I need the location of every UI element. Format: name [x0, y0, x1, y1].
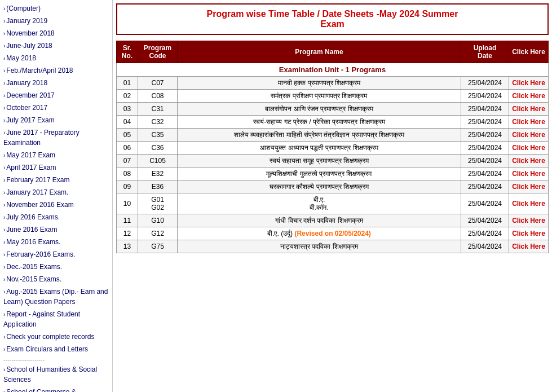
- cell-date: 25/04/2024: [461, 90, 509, 103]
- cell-sr: 04: [117, 116, 138, 129]
- cell-click[interactable]: Click Here: [509, 168, 549, 180]
- cell-date: 25/04/2024: [461, 116, 509, 129]
- cell-name: स्वयं सहायता समूह प्रमाणपत्र शिक्षणक्रम: [178, 155, 461, 168]
- cell-click[interactable]: Click Here: [509, 227, 549, 240]
- sidebar-item-june2016[interactable]: ›June 2016 Exam: [0, 223, 112, 236]
- table-row: 07 C105 स्वयं सहायता समूह प्रमाणपत्र शिक…: [117, 155, 549, 168]
- cell-date: 25/04/2024: [461, 227, 509, 240]
- cell-name: बी.ए.बी.कॉम.: [178, 193, 461, 214]
- sidebar-item-humanities[interactable]: ›School of Humanities & Social Sciences: [0, 363, 112, 386]
- cell-date: 25/04/2024: [461, 103, 509, 116]
- cell-code: E36: [138, 180, 178, 193]
- table-row: 13 G75 नाट्यशास्त्र पदविका शिक्षणक्रम 25…: [117, 240, 549, 253]
- cell-sr: 10: [117, 193, 138, 214]
- sidebar-item-july2017[interactable]: ›July 2017 Exam: [0, 114, 112, 126]
- cell-click[interactable]: Click Here: [509, 116, 549, 129]
- th-date: UploadDate: [461, 41, 509, 63]
- cell-click[interactable]: Click Here: [509, 77, 549, 90]
- sidebar-item-dec2015[interactable]: ›Dec.-2015 Exams.: [0, 261, 112, 273]
- page-title-line2: Exam: [120, 19, 545, 29]
- cell-name: स्वयं-सहाय्य गट प्रेरक / प्रेरिका प्रमाण…: [178, 116, 461, 129]
- cell-sr: 01: [117, 77, 138, 90]
- sidebar-item-jan2017[interactable]: ›January 2017 Exam.: [0, 186, 112, 199]
- sidebar-item-nov2018[interactable]: ›November 2018: [0, 27, 112, 39]
- sidebar-item-july2016[interactable]: ›July 2016 Exams.: [0, 211, 112, 223]
- cell-name: बी.ए. (उर्दू) (Revised on 02/05/2024): [178, 227, 461, 240]
- cell-sr: 12: [117, 227, 138, 240]
- cell-date: 25/04/2024: [461, 193, 509, 214]
- title-box: Program wise Time Table / Date Sheets -M…: [116, 3, 549, 35]
- cell-click[interactable]: Click Here: [509, 129, 549, 142]
- cell-click[interactable]: Click Here: [509, 90, 549, 103]
- sidebar-item-report[interactable]: ›Report - Against Student Application: [0, 308, 112, 331]
- sidebar-item-feb2017[interactable]: ›February 2017 Exam: [0, 174, 112, 186]
- cell-code: C32: [138, 116, 178, 129]
- sidebar-item-april2017[interactable]: ›April 2017 Exam: [0, 161, 112, 174]
- cell-date: 25/04/2024: [461, 240, 509, 253]
- cell-sr: 09: [117, 180, 138, 193]
- sidebar-item-nov2015[interactable]: ›Nov.-2015 Exams.: [0, 273, 112, 285]
- cell-click[interactable]: Click Here: [509, 103, 549, 116]
- revised-text: (Revised on 02/05/2024): [294, 230, 370, 237]
- cell-date: 25/04/2024: [461, 77, 509, 90]
- cell-sr: 02: [117, 90, 138, 103]
- sidebar-item-may2016[interactable]: ›May 2016 Exams.: [0, 236, 112, 248]
- sidebar-divider-1: --------------------: [0, 355, 112, 363]
- cell-click[interactable]: Click Here: [509, 240, 549, 253]
- th-click: Click Here: [509, 41, 549, 63]
- cell-click[interactable]: Click Here: [509, 214, 549, 227]
- sidebar-item-june2017prep[interactable]: ›June 2017 - Preparatory Examination: [0, 126, 112, 149]
- cell-date: 25/04/2024: [461, 214, 509, 227]
- cell-date: 25/04/2024: [461, 129, 509, 142]
- table-row: 10 G01G02 बी.ए.बी.कॉम. 25/04/2024 Click …: [117, 193, 549, 214]
- section-header-text: Examination Unit - 1 Programs: [117, 63, 549, 77]
- sidebar-item-dec2017[interactable]: ›December 2017: [0, 89, 112, 102]
- cell-code: C36: [138, 142, 178, 155]
- sidebar-item-jan2018[interactable]: ›January 2018: [0, 77, 112, 89]
- sidebar-item-computer[interactable]: ›(Computer): [0, 2, 112, 15]
- th-sr: Sr.No.: [117, 41, 138, 63]
- cell-code: E32: [138, 168, 178, 180]
- cell-name: घरकामगार कौशल्ये प्रमाणपत्र शिक्षणक्रम: [178, 180, 461, 193]
- cell-click[interactable]: Click Here: [509, 193, 549, 214]
- sidebar-item-may2017[interactable]: ›May 2017 Exam: [0, 149, 112, 161]
- sidebar-item-may2018[interactable]: ›May 2018: [0, 52, 112, 64]
- sidebar-item-circulars[interactable]: ›Exam Circulars and Letters: [0, 343, 112, 355]
- table-row: 09 E36 घरकामगार कौशल्ये प्रमाणपत्र शिक्ष…: [117, 180, 549, 193]
- table-row: 04 C32 स्वयं-सहाय्य गट प्रेरक / प्रेरिका…: [117, 116, 549, 129]
- cell-code: G01G02: [138, 193, 178, 214]
- cell-date: 25/04/2024: [461, 168, 509, 180]
- cell-code: C35: [138, 129, 178, 142]
- sidebar-item-aug2015[interactable]: ›Aug.-2015 Exams (Dip.- Earn and Learn) …: [0, 285, 112, 308]
- sidebar-item-febmarchapril2018[interactable]: ›Feb./March/April 2018: [0, 64, 112, 77]
- cell-date: 25/04/2024: [461, 142, 509, 155]
- sidebar-item-junejuly2018[interactable]: ›June-July 2018: [0, 39, 112, 52]
- cell-sr: 11: [117, 214, 138, 227]
- sidebar-item-check-records[interactable]: ›Check your complete records: [0, 331, 112, 343]
- cell-click[interactable]: Click Here: [509, 142, 549, 155]
- table-row: 12 G12 बी.ए. (उर्दू) (Revised on 02/05/2…: [117, 227, 549, 240]
- sidebar-item-commerce[interactable]: ›School of Commerce & Management: [0, 386, 112, 392]
- sidebar-item-oct2017[interactable]: ›October 2017: [0, 102, 112, 114]
- table-row: 02 C08 समंत्रक प्रशिक्षण प्रमाणपत्र शिक्…: [117, 90, 549, 103]
- sidebar-item-jan2019[interactable]: ›January 2019: [0, 15, 112, 27]
- sidebar-item-feb2016[interactable]: ›February-2016 Exams.: [0, 248, 112, 261]
- cell-click[interactable]: Click Here: [509, 155, 549, 168]
- table-row: 01 C07 मानवी हक्क प्रमाणपत्र शिक्षणक्रम …: [117, 77, 549, 90]
- cell-code: C07: [138, 77, 178, 90]
- cell-name: नाट्यशास्त्र पदविका शिक्षणक्रम: [178, 240, 461, 253]
- th-name: Program Name: [178, 41, 461, 63]
- cell-click[interactable]: Click Here: [509, 180, 549, 193]
- table-row: 05 C35 शालेय व्यवहारांकरिता माहिती संप्र…: [117, 129, 549, 142]
- main-content: Program wise Time Table / Date Sheets -M…: [113, 0, 552, 392]
- cell-date: 25/04/2024: [461, 155, 509, 168]
- table-row: 03 C31 बालसंगोपन आणि रंजन प्रमाणपत्र शिक…: [117, 103, 549, 116]
- cell-sr: 03: [117, 103, 138, 116]
- cell-code: C105: [138, 155, 178, 168]
- cell-name: मानवी हक्क प्रमाणपत्र शिक्षणक्रम: [178, 77, 461, 90]
- table-row: 06 C36 आशययुक्त अध्यापन पद्धती प्रमाणपत्…: [117, 142, 549, 155]
- cell-name: आशययुक्त अध्यापन पद्धती प्रमाणपत्र शिक्ष…: [178, 142, 461, 155]
- page-title: Program wise Time Table / Date Sheets -M…: [120, 9, 545, 19]
- cell-code: G12: [138, 227, 178, 240]
- sidebar-item-nov2016[interactable]: ›November 2016 Exam: [0, 199, 112, 211]
